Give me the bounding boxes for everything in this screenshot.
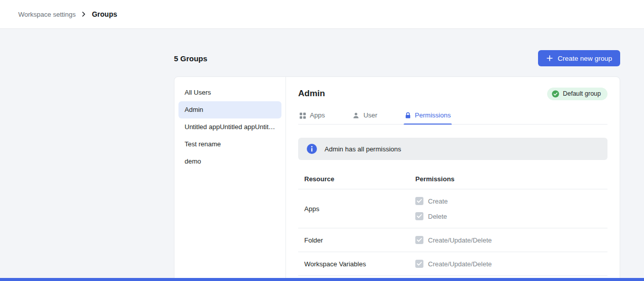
table-row-folder: Folder Create/Update/Delete: [298, 228, 607, 252]
plus-icon: [546, 55, 553, 62]
breadcrumb-workspace-settings[interactable]: Workspace settings: [18, 11, 76, 18]
lock-icon: [405, 112, 411, 119]
breadcrumb: Workspace settings Groups: [18, 10, 117, 18]
default-group-badge: Default group: [547, 88, 607, 100]
create-new-group-label: Create new group: [558, 55, 612, 62]
permissions-stack: Create/Update/Delete: [409, 252, 607, 275]
user-icon: [352, 112, 360, 119]
info-icon: [306, 143, 317, 154]
default-group-badge-label: Default group: [563, 90, 601, 97]
checkbox-checked-icon: [415, 236, 423, 244]
resource-name-apps: Apps: [298, 189, 409, 228]
groups-page: 5 Groups Create new group All Users Admi…: [0, 29, 644, 281]
checkbox-checked-icon: [415, 197, 423, 205]
group-list-item-all-users[interactable]: All Users: [178, 84, 281, 101]
permissions-cell-folder: Create/Update/Delete: [409, 228, 607, 252]
group-list-item-admin[interactable]: Admin: [178, 101, 281, 118]
tab-apps-label: Apps: [310, 111, 325, 119]
permissions-info-banner: Admin has all permissions: [298, 138, 607, 160]
resource-name-workspace-variables: Workspace Variables: [298, 252, 409, 275]
resource-name-folder: Folder: [298, 228, 409, 252]
tab-permissions-label: Permissions: [415, 111, 451, 119]
permission-label-delete: Delete: [428, 213, 447, 220]
groups-card: All Users Admin Untitled appUntitled app…: [174, 76, 620, 281]
group-list-item-test-rename[interactable]: Test rename: [178, 136, 281, 153]
tab-user[interactable]: User: [351, 107, 378, 124]
checkbox-checked-icon: [415, 260, 423, 268]
permissions-cell-apps: Create Delete: [409, 189, 607, 228]
group-detail-header: Admin Default group: [298, 86, 607, 101]
permissions-cell-workspace-variables: Create/Update/Delete: [409, 252, 607, 275]
group-title: Admin: [298, 89, 325, 99]
permission-label-wv-cud: Create/Update/Delete: [428, 260, 492, 268]
resource-column-header: Resource: [298, 169, 409, 189]
breadcrumb-current-groups: Groups: [92, 10, 117, 18]
tab-user-label: User: [364, 111, 377, 119]
permission-label-create: Create: [428, 197, 448, 205]
group-list: All Users Admin Untitled appUntitled app…: [174, 77, 286, 281]
permission-label-folder-cud: Create/Update/Delete: [428, 236, 492, 244]
checkbox-apps-create[interactable]: Create: [415, 197, 601, 205]
permissions-table-header-row: Resource Permissions: [298, 169, 607, 189]
check-circle-icon: [552, 90, 559, 98]
permissions-column-header: Permissions: [409, 169, 607, 189]
page-content: 5 Groups Create new group All Users Admi…: [174, 29, 620, 281]
group-detail-panel: Admin Default group Apps: [286, 77, 620, 281]
table-row-apps: Apps Create: [298, 189, 607, 228]
checkbox-workspace-variables-cud[interactable]: Create/Update/Delete: [415, 260, 601, 268]
permissions-stack: Create Delete: [409, 189, 607, 228]
checkbox-checked-icon: [415, 212, 423, 220]
bottom-blue-strip: [0, 278, 644, 281]
apps-grid-icon: [299, 112, 306, 119]
permissions-stack: Create/Update/Delete: [409, 228, 607, 252]
checkbox-apps-delete[interactable]: Delete: [415, 212, 601, 220]
group-list-item-demo[interactable]: demo: [178, 153, 281, 170]
permissions-table: Resource Permissions Apps Creat: [298, 169, 607, 276]
page-head: 5 Groups Create new group: [174, 29, 620, 66]
table-row-workspace-variables: Workspace Variables Create/Update/Delete: [298, 252, 607, 276]
group-detail-tabs: Apps User Permissions: [298, 107, 607, 125]
checkbox-folder-cud[interactable]: Create/Update/Delete: [415, 236, 601, 244]
create-new-group-button[interactable]: Create new group: [538, 50, 620, 66]
tab-apps[interactable]: Apps: [298, 107, 326, 124]
group-list-item-untitled-app[interactable]: Untitled appUntitled appUntitle…: [178, 118, 281, 136]
groups-count-heading: 5 Groups: [174, 54, 207, 63]
tab-permissions[interactable]: Permissions: [404, 107, 452, 124]
permissions-info-text: Admin has all permissions: [325, 145, 401, 153]
chevron-right-icon: [81, 11, 87, 17]
top-header: Workspace settings Groups: [0, 0, 644, 29]
